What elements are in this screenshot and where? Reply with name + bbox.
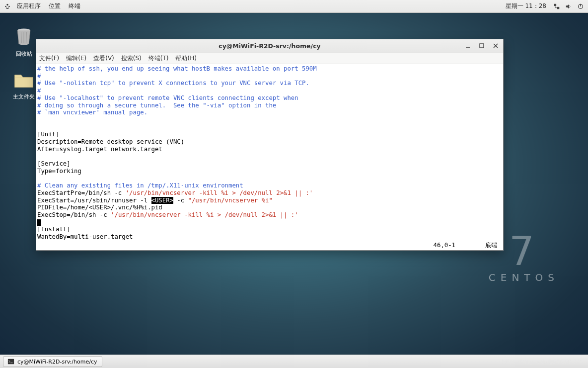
- terminal-icon: [7, 358, 14, 365]
- menu-edit[interactable]: 编辑(E): [66, 54, 86, 63]
- terminal-window: cy@MiWiFi-R2D-srv:/home/cy 文件(F) 编辑(E) 查…: [36, 39, 504, 251]
- watermark: https://blog.csdn@51CTO 7/4: [502, 359, 582, 365]
- terminal-menubar: 文件(F) 编辑(E) 查看(V) 搜索(S) 终端(T) 帮助(H): [36, 53, 503, 64]
- folder-home-icon: [13, 69, 35, 91]
- menu-terminal[interactable]: 终端: [69, 2, 80, 10]
- highlighted-user-placeholder: <USER>: [151, 197, 173, 204]
- power-icon[interactable]: [577, 3, 584, 10]
- menu-terminal[interactable]: 终端(T): [148, 54, 169, 63]
- menu-view[interactable]: 查看(V): [93, 54, 114, 63]
- desktop-icon-home[interactable]: 主文件夹: [9, 69, 39, 100]
- window-minimize-button[interactable]: [463, 41, 472, 50]
- menu-file[interactable]: 文件(F): [39, 54, 59, 63]
- volume-icon[interactable]: [565, 3, 572, 10]
- svg-rect-3: [554, 3, 556, 5]
- wallpaper-distro-name: CENTOS: [489, 272, 559, 283]
- menu-help[interactable]: 帮助(H): [175, 54, 196, 63]
- taskbar-item-label: cy@MiWiFi-R2D-srv:/home/cy: [17, 359, 97, 365]
- menu-locations[interactable]: 位置: [49, 2, 61, 10]
- clock[interactable]: 星期一 11：28: [506, 2, 546, 10]
- icon-label: 回收站: [9, 50, 39, 58]
- network-icon[interactable]: [553, 3, 560, 10]
- terminal-cursor: [37, 219, 41, 226]
- vim-cursor-pos: 46,0-1: [434, 242, 455, 249]
- vim-status-line: 46,0-1 底端: [434, 242, 497, 249]
- svg-point-1: [5, 5, 6, 7]
- taskbar-item-terminal[interactable]: cy@MiWiFi-R2D-srv:/home/cy: [3, 356, 102, 367]
- trash-icon: [13, 26, 35, 48]
- svg-rect-12: [480, 44, 484, 48]
- window-maximize-button[interactable]: [477, 41, 486, 50]
- vim-scroll-pos: 底端: [485, 242, 497, 249]
- svg-point-2: [8, 5, 10, 7]
- svg-rect-4: [557, 6, 559, 8]
- wallpaper-version: 7: [509, 228, 534, 275]
- gnome-logo-icon: [4, 3, 11, 10]
- svg-point-0: [6, 3, 8, 5]
- window-title: cy@MiWiFi-R2D-srv:/home/cy: [219, 42, 320, 50]
- icon-label: 主文件夹: [9, 93, 39, 100]
- menu-applications[interactable]: 应用程序: [17, 2, 41, 10]
- top-menu-bar: 应用程序 位置 终端 星期一 11：28: [0, 0, 588, 13]
- window-close-button[interactable]: [491, 41, 500, 50]
- window-titlebar[interactable]: cy@MiWiFi-R2D-srv:/home/cy: [36, 39, 503, 53]
- task-bar: cy@MiWiFi-R2D-srv:/home/cy https://blog.…: [0, 355, 588, 368]
- system-tray: [553, 3, 584, 10]
- terminal-content[interactable]: # the help of ssh, you end up seeing wha…: [36, 64, 503, 250]
- svg-rect-15: [8, 359, 14, 365]
- menu-search[interactable]: 搜索(S): [121, 54, 142, 63]
- desktop-icon-trash[interactable]: 回收站: [9, 26, 39, 58]
